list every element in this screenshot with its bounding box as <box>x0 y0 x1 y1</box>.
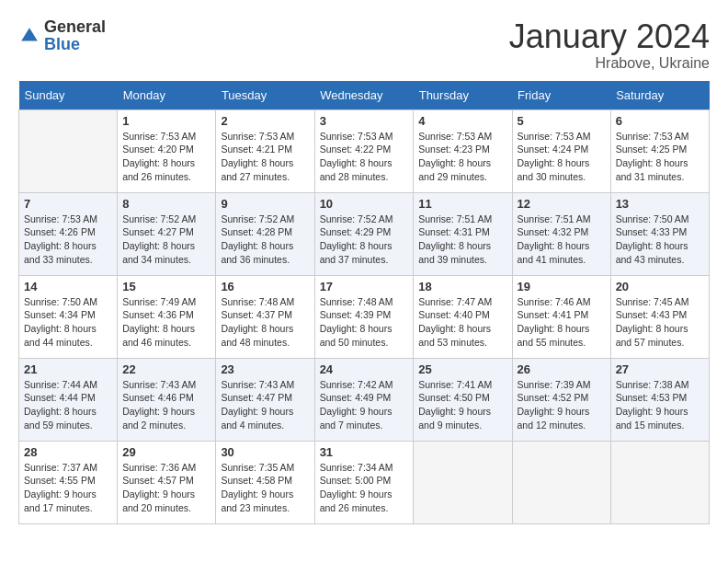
week-row-1: 7Sunrise: 7:53 AM Sunset: 4:26 PM Daylig… <box>19 192 710 275</box>
day-info: Sunrise: 7:37 AM Sunset: 4:55 PM Dayligh… <box>24 461 112 515</box>
day-number: 22 <box>122 362 210 376</box>
day-cell: 24Sunrise: 7:42 AM Sunset: 4:49 PM Dayli… <box>314 358 414 441</box>
calendar-header-row: SundayMondayTuesdayWednesdayThursdayFrid… <box>19 81 710 110</box>
day-cell: 7Sunrise: 7:53 AM Sunset: 4:26 PM Daylig… <box>19 192 118 275</box>
day-number: 8 <box>122 197 210 211</box>
day-info: Sunrise: 7:38 AM Sunset: 4:53 PM Dayligh… <box>616 378 704 432</box>
day-cell: 6Sunrise: 7:53 AM Sunset: 4:25 PM Daylig… <box>610 109 709 192</box>
day-info: Sunrise: 7:46 AM Sunset: 4:41 PM Dayligh… <box>518 295 606 350</box>
day-cell: 8Sunrise: 7:52 AM Sunset: 4:27 PM Daylig… <box>118 192 216 275</box>
day-number: 17 <box>320 280 409 293</box>
header-saturday: Saturday <box>610 81 709 110</box>
day-info: Sunrise: 7:50 AM Sunset: 4:33 PM Dayligh… <box>616 213 704 267</box>
day-info: Sunrise: 7:48 AM Sunset: 4:37 PM Dayligh… <box>221 295 309 350</box>
header-tuesday: Tuesday <box>216 81 314 110</box>
day-number: 6 <box>616 114 704 128</box>
header-wednesday: Wednesday <box>314 81 414 110</box>
week-row-0: 1Sunrise: 7:53 AM Sunset: 4:20 PM Daylig… <box>19 109 710 192</box>
day-number: 14 <box>24 280 112 293</box>
day-number: 26 <box>518 362 606 376</box>
location-title: Hrabove, Ukraine <box>509 55 710 72</box>
day-info: Sunrise: 7:52 AM Sunset: 4:28 PM Dayligh… <box>221 213 309 267</box>
day-info: Sunrise: 7:53 AM Sunset: 4:21 PM Dayligh… <box>221 130 309 184</box>
day-info: Sunrise: 7:34 AM Sunset: 5:00 PM Dayligh… <box>320 461 409 515</box>
day-cell: 9Sunrise: 7:52 AM Sunset: 4:28 PM Daylig… <box>216 192 314 275</box>
day-cell: 10Sunrise: 7:52 AM Sunset: 4:29 PM Dayli… <box>314 192 414 275</box>
header-thursday: Thursday <box>414 81 512 110</box>
logo-blue: Blue <box>44 35 80 53</box>
day-info: Sunrise: 7:53 AM Sunset: 4:22 PM Dayligh… <box>320 130 409 184</box>
day-number: 18 <box>418 280 506 293</box>
day-info: Sunrise: 7:42 AM Sunset: 4:49 PM Dayligh… <box>320 378 409 432</box>
week-row-3: 21Sunrise: 7:44 AM Sunset: 4:44 PM Dayli… <box>19 358 710 441</box>
day-cell: 5Sunrise: 7:53 AM Sunset: 4:24 PM Daylig… <box>512 109 610 192</box>
day-cell: 4Sunrise: 7:53 AM Sunset: 4:23 PM Daylig… <box>414 109 512 192</box>
month-title: January 2024 <box>509 18 710 55</box>
day-cell: 15Sunrise: 7:49 AM Sunset: 4:36 PM Dayli… <box>118 275 216 358</box>
day-cell <box>19 109 118 192</box>
logo-text: General Blue <box>44 18 106 53</box>
day-number: 30 <box>221 445 309 459</box>
day-cell: 26Sunrise: 7:39 AM Sunset: 4:52 PM Dayli… <box>512 358 610 441</box>
day-cell: 19Sunrise: 7:46 AM Sunset: 4:41 PM Dayli… <box>512 275 610 358</box>
day-cell: 27Sunrise: 7:38 AM Sunset: 4:53 PM Dayli… <box>610 358 709 441</box>
day-number: 13 <box>616 197 704 211</box>
day-cell: 11Sunrise: 7:51 AM Sunset: 4:31 PM Dayli… <box>414 192 512 275</box>
day-info: Sunrise: 7:44 AM Sunset: 4:44 PM Dayligh… <box>24 378 112 432</box>
title-area: January 2024 Hrabove, Ukraine <box>509 18 710 72</box>
day-info: Sunrise: 7:53 AM Sunset: 4:23 PM Dayligh… <box>418 130 506 184</box>
day-info: Sunrise: 7:39 AM Sunset: 4:52 PM Dayligh… <box>518 378 606 432</box>
day-info: Sunrise: 7:51 AM Sunset: 4:31 PM Dayligh… <box>418 213 506 267</box>
day-info: Sunrise: 7:41 AM Sunset: 4:50 PM Dayligh… <box>418 378 506 432</box>
day-info: Sunrise: 7:51 AM Sunset: 4:32 PM Dayligh… <box>518 213 606 267</box>
day-info: Sunrise: 7:47 AM Sunset: 4:40 PM Dayligh… <box>418 295 506 350</box>
day-number: 28 <box>24 445 112 459</box>
day-number: 9 <box>221 197 309 211</box>
calendar-table: SundayMondayTuesdayWednesdayThursdayFrid… <box>18 81 710 524</box>
day-number: 7 <box>24 197 112 211</box>
week-row-2: 14Sunrise: 7:50 AM Sunset: 4:34 PM Dayli… <box>19 275 710 358</box>
day-number: 21 <box>24 362 112 376</box>
day-cell: 18Sunrise: 7:47 AM Sunset: 4:40 PM Dayli… <box>414 275 512 358</box>
day-number: 24 <box>320 362 409 376</box>
week-row-4: 28Sunrise: 7:37 AM Sunset: 4:55 PM Dayli… <box>19 441 710 523</box>
day-number: 19 <box>518 280 606 293</box>
day-cell <box>414 441 512 523</box>
day-cell: 13Sunrise: 7:50 AM Sunset: 4:33 PM Dayli… <box>610 192 709 275</box>
header-sunday: Sunday <box>19 81 118 110</box>
day-number: 29 <box>122 445 210 459</box>
day-info: Sunrise: 7:43 AM Sunset: 4:47 PM Dayligh… <box>221 378 309 432</box>
day-info: Sunrise: 7:48 AM Sunset: 4:39 PM Dayligh… <box>320 295 409 350</box>
day-info: Sunrise: 7:36 AM Sunset: 4:57 PM Dayligh… <box>122 461 210 515</box>
day-cell: 28Sunrise: 7:37 AM Sunset: 4:55 PM Dayli… <box>19 441 118 523</box>
day-info: Sunrise: 7:49 AM Sunset: 4:36 PM Dayligh… <box>122 295 210 350</box>
day-number: 11 <box>418 197 506 211</box>
day-cell: 16Sunrise: 7:48 AM Sunset: 4:37 PM Dayli… <box>216 275 314 358</box>
day-cell: 1Sunrise: 7:53 AM Sunset: 4:20 PM Daylig… <box>118 109 216 192</box>
day-info: Sunrise: 7:53 AM Sunset: 4:26 PM Dayligh… <box>24 213 112 267</box>
day-number: 25 <box>418 362 506 376</box>
svg-marker-0 <box>21 28 38 40</box>
day-cell: 21Sunrise: 7:44 AM Sunset: 4:44 PM Dayli… <box>19 358 118 441</box>
day-number: 20 <box>616 280 704 293</box>
day-number: 23 <box>221 362 309 376</box>
day-info: Sunrise: 7:45 AM Sunset: 4:43 PM Dayligh… <box>616 295 704 350</box>
day-info: Sunrise: 7:35 AM Sunset: 4:58 PM Dayligh… <box>221 461 309 515</box>
day-number: 4 <box>418 114 506 128</box>
day-info: Sunrise: 7:52 AM Sunset: 4:27 PM Dayligh… <box>122 213 210 267</box>
day-info: Sunrise: 7:50 AM Sunset: 4:34 PM Dayligh… <box>24 295 112 350</box>
day-number: 2 <box>221 114 309 128</box>
day-cell: 12Sunrise: 7:51 AM Sunset: 4:32 PM Dayli… <box>512 192 610 275</box>
day-cell: 17Sunrise: 7:48 AM Sunset: 4:39 PM Dayli… <box>314 275 414 358</box>
day-number: 10 <box>320 197 409 211</box>
day-cell: 30Sunrise: 7:35 AM Sunset: 4:58 PM Dayli… <box>216 441 314 523</box>
day-cell: 2Sunrise: 7:53 AM Sunset: 4:21 PM Daylig… <box>216 109 314 192</box>
day-number: 27 <box>616 362 704 376</box>
day-number: 15 <box>122 280 210 293</box>
day-cell: 14Sunrise: 7:50 AM Sunset: 4:34 PM Dayli… <box>19 275 118 358</box>
day-number: 31 <box>320 445 409 459</box>
logo-icon <box>18 25 40 47</box>
day-info: Sunrise: 7:52 AM Sunset: 4:29 PM Dayligh… <box>320 213 409 267</box>
header: General Blue January 2024 Hrabove, Ukrai… <box>18 18 710 72</box>
day-cell: 22Sunrise: 7:43 AM Sunset: 4:46 PM Dayli… <box>118 358 216 441</box>
